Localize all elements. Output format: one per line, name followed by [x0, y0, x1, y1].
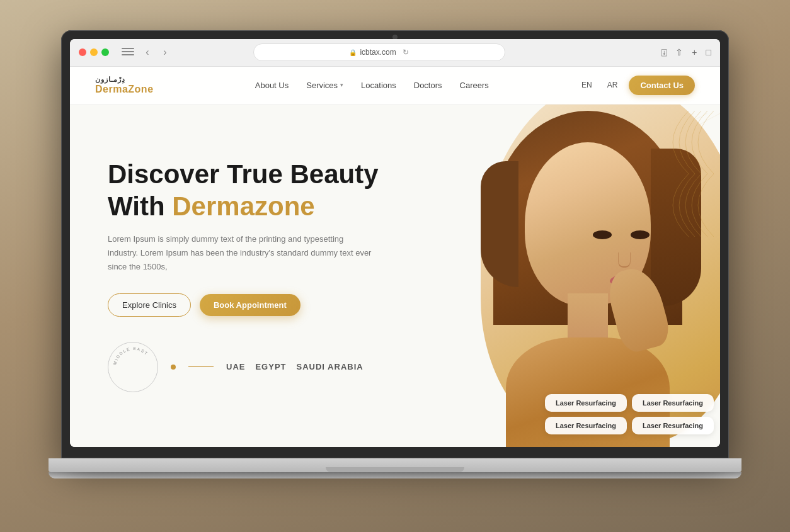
browser-navigation: ‹ › — [140, 45, 172, 59]
service-cards: Laser Resurfacing Laser Resurfacing Lase… — [545, 394, 714, 434]
maximize-button[interactable] — [101, 48, 109, 56]
country-dot-icon — [171, 365, 176, 370]
hero-image-area: Laser Resurfacing Laser Resurfacing Lase… — [362, 105, 720, 447]
browser-actions: ⍗ ⇧ + □ — [661, 47, 711, 57]
nav-right: EN AR Contact Us — [578, 76, 695, 95]
window-controls — [79, 48, 109, 56]
laptop-base — [49, 458, 741, 472]
country-egypt: EGYPT — [255, 362, 286, 371]
logo-arabic-text: دِرْمـازون — [95, 76, 125, 84]
hero-content: Discover True Beauty With Dermazone Lore… — [70, 159, 379, 392]
service-card-3[interactable]: Laser Resurfacing — [545, 417, 627, 434]
website-content: دِرْمـازون DermaZone About Us Services ▾ — [70, 67, 720, 447]
nav-careers[interactable]: Careers — [460, 81, 489, 90]
nav-about[interactable]: About Us — [255, 81, 289, 90]
screen-bezel: ‹ › 🔒 icbtax.com ↻ ⍗ ⇧ + □ — [61, 30, 729, 458]
eye-right — [631, 230, 650, 239]
url-text: icbtax.com — [360, 48, 396, 57]
nav-locations[interactable]: Locations — [361, 81, 396, 90]
explore-clinics-button[interactable]: Explore Clinics — [108, 293, 191, 317]
lang-ar-button[interactable]: AR — [604, 78, 622, 92]
nose — [618, 252, 631, 268]
logo-brand-name: ermaZone — [103, 84, 153, 94]
service-card-2[interactable]: Laser Resurfacing — [632, 394, 714, 412]
forward-button[interactable]: › — [158, 45, 172, 59]
laptop-foot — [49, 472, 741, 478]
nav-links: About Us Services ▾ Locations Doctors — [185, 81, 559, 90]
nav-doctors[interactable]: Doctors — [414, 81, 442, 90]
laptop-screen: ‹ › 🔒 icbtax.com ↻ ⍗ ⇧ + □ — [70, 39, 720, 447]
logo-english-text: DermaZone — [95, 84, 154, 95]
browser-chrome: ‹ › 🔒 icbtax.com ↻ ⍗ ⇧ + □ — [70, 39, 720, 67]
hero-buttons: Explore Clinics Book Appointment — [108, 293, 379, 317]
expanding-circle: EXPANDING IN MIDDLE EAST — [108, 342, 158, 392]
share-icon[interactable]: ⇧ — [675, 47, 683, 57]
lang-en-button[interactable]: EN — [578, 78, 596, 92]
sidebar-toggle-icon[interactable] — [122, 48, 134, 57]
services-chevron-icon: ▾ — [340, 82, 343, 88]
hero-section: Discover True Beauty With Dermazone Lore… — [70, 105, 720, 447]
svg-text:EXPANDING IN MIDDLE EAST: EXPANDING IN MIDDLE EAST — [108, 342, 149, 368]
download-icon[interactable]: ⍗ — [661, 47, 667, 57]
refresh-icon[interactable]: ↻ — [403, 48, 409, 57]
eye-left — [593, 230, 612, 239]
nav-services[interactable]: Services ▾ — [306, 81, 343, 90]
address-bar[interactable]: 🔒 icbtax.com ↻ — [253, 43, 505, 61]
hero-subtitle: Lorem Ipsum is simply dummy text of the … — [108, 232, 372, 274]
lock-icon: 🔒 — [350, 48, 356, 56]
minimize-button[interactable] — [90, 48, 98, 56]
tabs-icon[interactable]: □ — [706, 47, 711, 57]
contact-us-button[interactable]: Contact Us — [629, 76, 695, 95]
logo-d-prefix: D — [95, 84, 103, 94]
service-card-4[interactable]: Laser Resurfacing — [632, 417, 714, 434]
country-uae: UAE — [226, 362, 245, 371]
hero-title: Discover True Beauty With Dermazone — [108, 159, 379, 222]
new-tab-icon[interactable]: + — [692, 47, 697, 57]
navbar: دِرْمـازون DermaZone About Us Services ▾ — [70, 67, 720, 105]
close-button[interactable] — [79, 48, 86, 56]
logo[interactable]: دِرْمـازون DermaZone — [95, 76, 154, 95]
country-saudi: SAUDI ARABIA — [297, 362, 364, 371]
back-button[interactable]: ‹ — [140, 45, 154, 59]
book-appointment-button[interactable]: Book Appointment — [200, 294, 301, 316]
laptop-container: ‹ › 🔒 icbtax.com ↻ ⍗ ⇧ + □ — [49, 30, 741, 502]
service-card-1[interactable]: Laser Resurfacing — [545, 394, 627, 412]
expansion-area: EXPANDING IN MIDDLE EAST UAE EGYPT SAUDI… — [108, 342, 379, 392]
country-line-divider — [188, 366, 214, 368]
hero-woman-figure: Laser Resurfacing Laser Resurfacing Lase… — [362, 105, 720, 447]
expansion-countries: UAE EGYPT SAUDI ARABIA — [171, 362, 364, 371]
